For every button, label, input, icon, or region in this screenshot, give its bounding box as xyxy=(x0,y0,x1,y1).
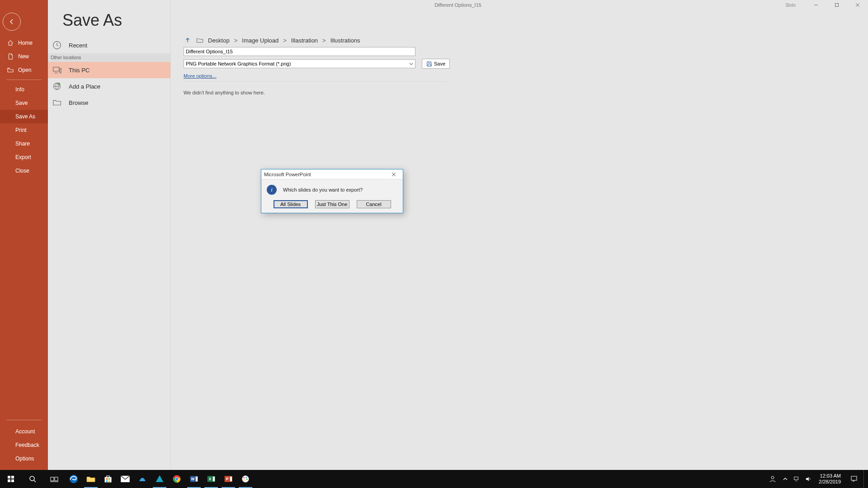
location-recent[interactable]: Recent xyxy=(48,37,170,53)
nav-label: Print xyxy=(15,127,27,133)
breadcrumb-segment[interactable]: Illastration xyxy=(291,37,318,44)
nav-print[interactable]: Print xyxy=(0,123,48,137)
taskbar-app-generic-2[interactable] xyxy=(151,470,168,488)
document-icon xyxy=(7,53,14,60)
breadcrumb: Desktop > Image Upload > Illastration > … xyxy=(184,36,855,44)
tray-action-center-icon[interactable] xyxy=(846,470,862,488)
nav-separator xyxy=(6,80,42,80)
nav-new-label: New xyxy=(18,53,29,60)
taskbar-app-explorer[interactable] xyxy=(82,470,99,488)
svg-rect-22 xyxy=(106,478,108,479)
tray-volume-icon[interactable] xyxy=(803,470,813,488)
all-slides-button[interactable]: All Slides xyxy=(274,200,308,208)
taskbar-app-edge[interactable] xyxy=(65,470,82,488)
taskbar-app-powerpoint[interactable]: P xyxy=(220,470,237,488)
svg-point-15 xyxy=(30,476,34,481)
svg-line-16 xyxy=(34,480,36,482)
svg-point-42 xyxy=(245,477,247,478)
nav-feedback[interactable]: Feedback xyxy=(0,438,48,452)
location-label: Browse xyxy=(69,99,88,106)
home-icon xyxy=(7,40,14,46)
svg-rect-23 xyxy=(108,478,110,479)
nav-new[interactable]: New xyxy=(0,50,48,63)
nav-label: Save As xyxy=(15,113,35,120)
search-button[interactable] xyxy=(22,470,43,488)
location-add-place[interactable]: Add a Place xyxy=(48,78,170,94)
breadcrumb-separator: > xyxy=(322,37,326,44)
file-format-select[interactable]: PNG Portable Network Graphics Format (*.… xyxy=(184,59,415,68)
tray-network-icon[interactable] xyxy=(792,470,802,488)
taskbar-app-word[interactable]: W xyxy=(185,470,203,488)
filename-input[interactable] xyxy=(184,47,415,56)
svg-rect-18 xyxy=(55,477,58,481)
backstage-sidebar: Home New Open Info Save Save As Print Sh… xyxy=(0,0,48,470)
nav-label: Account xyxy=(15,428,35,435)
breadcrumb-separator: > xyxy=(234,37,238,44)
nav-close[interactable]: Close xyxy=(0,164,48,178)
clock-icon xyxy=(52,40,62,51)
nav-label: Share xyxy=(15,141,30,147)
nav-save[interactable]: Save xyxy=(0,96,48,110)
task-view-button[interactable] xyxy=(43,470,65,488)
nav-save-as[interactable]: Save As xyxy=(0,110,48,123)
nav-export[interactable]: Export xyxy=(0,150,48,164)
locations-panel: Recent Other locations This PC Add a Pla… xyxy=(48,0,171,470)
nav-open[interactable]: Open xyxy=(0,63,48,77)
nav-home[interactable]: Home xyxy=(0,36,48,50)
svg-rect-13 xyxy=(8,479,10,482)
more-options-link[interactable]: More options... xyxy=(184,73,217,79)
tray-overflow-icon[interactable] xyxy=(781,470,790,488)
taskbar-app-paint[interactable] xyxy=(237,470,254,488)
windows-taskbar: W X P 12:03 AM 2/28/2019 xyxy=(0,470,868,488)
dialog-titlebar[interactable]: Microsoft PowerPoint xyxy=(261,169,403,179)
back-button[interactable] xyxy=(3,13,21,31)
nav-label: Feedback xyxy=(15,442,39,448)
cancel-button[interactable]: Cancel xyxy=(357,200,391,208)
breadcrumb-separator: > xyxy=(283,37,287,44)
tray-people-icon[interactable] xyxy=(766,470,779,488)
taskbar-app-generic-1[interactable] xyxy=(134,470,151,488)
svg-text:X: X xyxy=(209,477,212,481)
svg-point-30 xyxy=(175,478,178,480)
just-this-one-button[interactable]: Just This One xyxy=(315,200,349,208)
breadcrumb-segment[interactable]: Desktop xyxy=(208,37,230,44)
dialog-title: Microsoft PowerPoint xyxy=(264,172,311,177)
location-this-pc[interactable]: This PC xyxy=(48,62,170,78)
svg-rect-46 xyxy=(794,477,798,480)
nav-share[interactable]: Share xyxy=(0,137,48,150)
nav-label: Close xyxy=(15,168,29,174)
locations-header: Other locations xyxy=(48,53,170,62)
start-button[interactable] xyxy=(0,470,22,488)
folder-icon xyxy=(196,37,203,43)
dialog-message: Which slides do you want to export? xyxy=(283,187,363,192)
nav-account[interactable]: Account xyxy=(0,425,48,438)
svg-rect-48 xyxy=(851,476,857,480)
svg-point-44 xyxy=(244,479,245,481)
empty-folder-message: We didn't find anything to show here. xyxy=(184,90,855,95)
file-format-value: PNG Portable Network Graphics Format (*.… xyxy=(186,61,291,66)
taskbar-app-mail[interactable] xyxy=(117,470,134,488)
dialog-close-button[interactable] xyxy=(387,170,400,179)
svg-point-41 xyxy=(243,477,245,479)
taskbar-app-chrome[interactable] xyxy=(168,470,185,488)
save-icon xyxy=(426,61,432,67)
taskbar-app-store[interactable] xyxy=(99,470,117,488)
nav-home-label: Home xyxy=(18,40,33,46)
taskbar-app-excel[interactable]: X xyxy=(203,470,220,488)
taskbar-clock[interactable]: 12:03 AM 2/28/2019 xyxy=(815,473,844,485)
breadcrumb-segment[interactable]: Image Upload xyxy=(242,37,278,44)
show-desktop-button[interactable] xyxy=(863,470,866,488)
svg-rect-5 xyxy=(53,67,59,71)
globe-plus-icon xyxy=(52,81,62,92)
nav-options[interactable]: Options xyxy=(0,452,48,465)
location-label: This PC xyxy=(69,67,90,74)
svg-rect-12 xyxy=(11,476,14,479)
clock-date: 2/28/2019 xyxy=(819,479,841,485)
breadcrumb-segment[interactable]: Illustrations xyxy=(330,37,360,44)
svg-rect-39 xyxy=(230,476,232,482)
nav-info[interactable]: Info xyxy=(0,83,48,96)
save-button[interactable]: Save xyxy=(422,59,450,69)
svg-rect-11 xyxy=(8,476,10,479)
up-one-level-button[interactable] xyxy=(184,36,192,44)
location-browse[interactable]: Browse xyxy=(48,94,170,111)
